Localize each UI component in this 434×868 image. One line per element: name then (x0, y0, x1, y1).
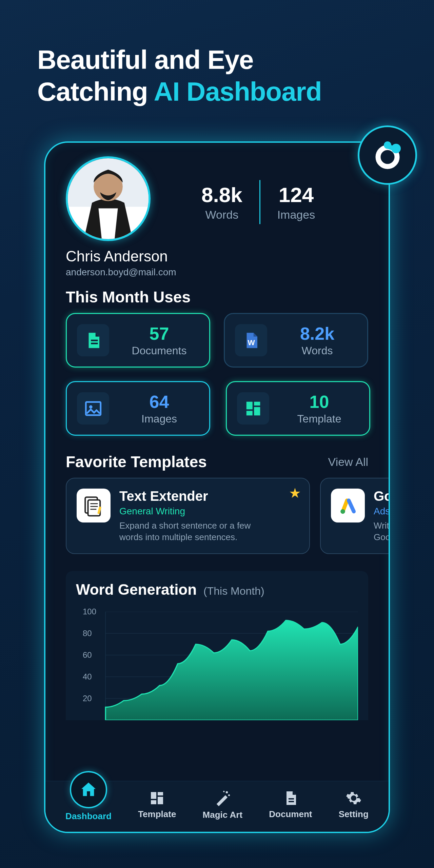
svg-rect-31 (158, 792, 163, 795)
template-category: General Writing (119, 506, 265, 517)
avatar[interactable] (66, 156, 151, 241)
hero-line2a: Catching (37, 77, 148, 106)
area-chart (86, 612, 358, 720)
usage-label: Images (119, 413, 199, 425)
usage-value: 8.2k (277, 323, 357, 344)
stat-words-value: 8.8k (201, 183, 242, 207)
hero-line2b: AI Dashboard (154, 77, 321, 106)
grid-icon (237, 392, 269, 425)
word-icon: W (235, 324, 267, 356)
usage-card-images[interactable]: 64 Images (66, 381, 210, 436)
template-title: Text Extender (119, 489, 265, 504)
top-stats: 8.8k Words 124 Images (184, 180, 332, 224)
usage-label: Documents (119, 344, 199, 357)
svg-rect-7 (91, 339, 98, 341)
wand-icon (214, 789, 231, 807)
svg-point-35 (228, 794, 230, 796)
chart-title: Word Generation (76, 581, 197, 598)
nav-label: Magic Art (203, 810, 243, 820)
nav-document[interactable]: Document (269, 790, 312, 820)
usage-card-words[interactable]: W 8.2k Words (224, 313, 368, 368)
svg-rect-37 (289, 798, 294, 800)
home-icon[interactable] (70, 771, 107, 808)
nav-label: Dashboard (65, 811, 112, 822)
nav-label: Template (138, 809, 176, 820)
document-icon (77, 324, 109, 356)
svg-rect-33 (151, 800, 156, 804)
usage-label: Words (277, 344, 357, 357)
svg-point-36 (223, 791, 225, 792)
chart-block: Word Generation (This Month) 100 80 60 4… (66, 571, 368, 720)
svg-rect-15 (246, 411, 252, 415)
ytick: 80 (83, 629, 92, 638)
nav-dashboard[interactable]: Dashboard (65, 788, 112, 822)
app-logo-badge (358, 125, 417, 185)
nav-label: Setting (339, 809, 369, 820)
nav-label: Document (269, 809, 312, 820)
svg-point-22 (340, 509, 345, 514)
view-all-link[interactable]: View All (328, 455, 368, 469)
template-card-text-extender[interactable]: ★ Text Extender General Writing Expand a… (66, 478, 310, 554)
usage-label: Template (279, 413, 359, 425)
ytick: 60 (83, 650, 92, 660)
chart-area: 100 80 60 40 20 (86, 612, 358, 720)
svg-rect-13 (254, 401, 260, 405)
usage-card-documents[interactable]: 57 Documents (66, 313, 210, 368)
nav-setting[interactable]: Setting (339, 790, 369, 820)
template-category: Ads a (374, 506, 390, 517)
hero-heading: Beautiful and Eye Catching AI Dashboard (0, 0, 434, 121)
usage-value: 64 (119, 392, 199, 412)
section-month-uses: This Month Uses (56, 278, 378, 313)
svg-rect-8 (91, 342, 98, 344)
text-extender-icon (77, 489, 111, 522)
bottom-nav: Dashboard Template Magic Art Document Se… (45, 781, 389, 832)
template-desc: Writ Goog (374, 520, 390, 543)
user-email: anderson.boyd@mail.com (66, 267, 368, 278)
image-icon (77, 392, 109, 425)
template-desc: Expand a short sentence or a few words i… (119, 520, 265, 543)
stat-images-value: 124 (277, 183, 315, 207)
grid-icon (149, 790, 165, 806)
svg-point-11 (89, 405, 92, 409)
usage-card-template[interactable]: 10 Template (226, 381, 370, 436)
svg-rect-38 (289, 801, 294, 802)
template-title: Go (374, 489, 390, 504)
nav-magic-art[interactable]: Magic Art (203, 789, 243, 820)
svg-text:W: W (248, 338, 255, 347)
ytick: 20 (83, 694, 92, 703)
logo-icon (371, 138, 405, 172)
stat-images-label: Images (277, 208, 315, 221)
usage-grid: 57 Documents W 8.2k Words 64 Images (56, 313, 378, 436)
svg-rect-30 (151, 792, 156, 799)
svg-rect-32 (158, 797, 163, 804)
star-icon[interactable]: ★ (289, 485, 301, 501)
ytick: 40 (83, 672, 92, 682)
chart-subtitle: (This Month) (203, 585, 264, 597)
stat-words: 8.8k Words (184, 183, 259, 221)
google-ads-icon (331, 489, 365, 522)
user-name: Chris Anderson (66, 248, 368, 265)
phone-frame: 8.8k Words 124 Images Chris Anderson and… (44, 141, 390, 833)
favorite-templates-title: Favorite Templates (66, 453, 207, 471)
user-block: Chris Anderson anderson.boyd@mail.com (56, 241, 378, 278)
svg-rect-12 (246, 401, 252, 409)
ytick: 100 (83, 607, 96, 616)
document-icon (282, 790, 299, 806)
templates-row[interactable]: ★ Text Extender General Writing Expand a… (56, 478, 378, 554)
usage-value: 10 (279, 392, 359, 412)
nav-template[interactable]: Template (138, 790, 176, 820)
svg-rect-14 (254, 407, 260, 415)
svg-point-34 (226, 791, 228, 794)
stat-words-label: Words (201, 208, 242, 221)
template-card-google-ads[interactable]: Go Ads a Writ Goog (320, 478, 390, 554)
stat-images: 124 Images (260, 183, 332, 221)
usage-value: 57 (119, 323, 199, 344)
gear-icon (346, 790, 362, 806)
hero-line1: Beautiful and Eye (37, 45, 253, 75)
